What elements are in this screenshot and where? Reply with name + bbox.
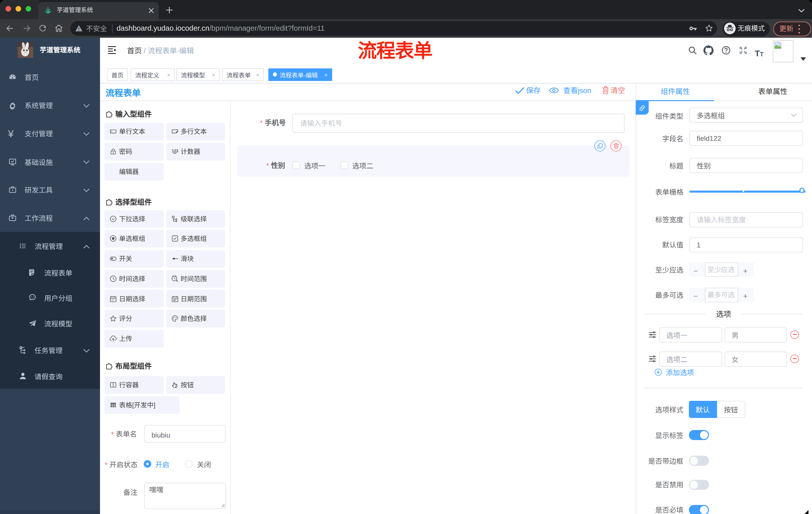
svg-text:123: 123 bbox=[171, 148, 178, 153]
